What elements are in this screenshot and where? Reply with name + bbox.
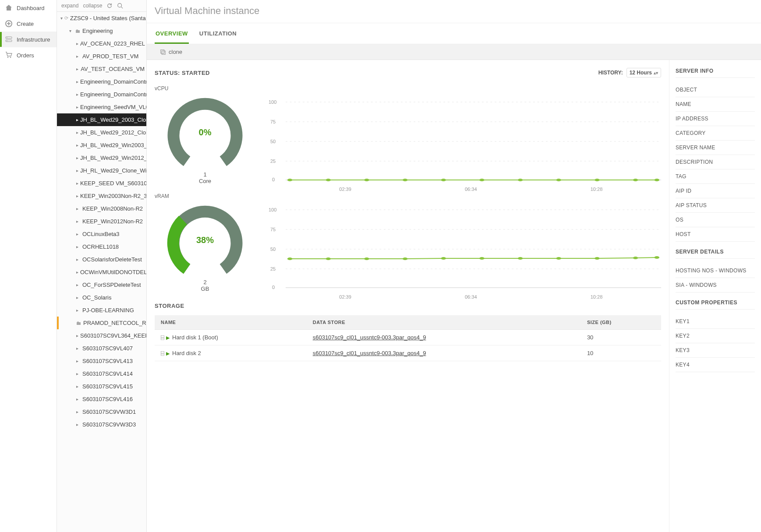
svg-point-5 <box>7 57 9 58</box>
tree-item[interactable]: ▸S603107SC9VW3D3 <box>57 418 146 431</box>
tree-item[interactable]: ▸Engineering_DomainContro <box>57 75 146 88</box>
history-select[interactable]: 12 Hours ▴▾ <box>626 68 661 78</box>
info-field: SERVER NAME <box>676 141 755 155</box>
datastore-link[interactable]: s603107sc9_cl01_ussntc9-003.3par_qos4_9 <box>313 350 426 356</box>
svg-point-36 <box>479 257 485 260</box>
info-field: KEY1 <box>676 312 755 329</box>
refresh-icon[interactable] <box>106 3 113 9</box>
primary-nav: Dashboard Create Infrastructure Orders <box>0 0 57 532</box>
svg-point-15 <box>287 179 293 181</box>
tree-item[interactable]: ▸JH_RL_Wed29_Clone_Win20 <box>57 164 146 177</box>
tree-item-label: S603107SC9VW3D1 <box>82 409 136 415</box>
svg-point-3 <box>7 37 7 38</box>
clone-label[interactable]: clone <box>169 49 182 55</box>
tree-item-label: KEEP_Win2012Non-R2 <box>82 218 143 225</box>
tree-item[interactable]: ▸OCWinVMUtilDONOTDELET <box>57 266 146 278</box>
info-field: IP ADDRESS <box>676 112 755 126</box>
nav-item-dashboard[interactable]: Dashboard <box>0 0 57 16</box>
chevron-right-icon: ▸ <box>76 92 78 97</box>
tree-item[interactable]: ▸S603107SC9VL415 <box>57 380 146 393</box>
info-field: OBJECT <box>676 81 755 97</box>
tree-folder[interactable]: ▾ 🖿 Engineering <box>57 25 146 37</box>
tree-item[interactable]: ▸KEEP_Win2008Non-R2 <box>57 202 146 215</box>
chevron-updown-icon: ▴▾ <box>654 70 658 75</box>
vcpu-gauge: 0% 1 Core <box>155 95 255 184</box>
content-main: STATUS: STARTED HISTORY: 12 Hours ▴▾ vCP… <box>147 60 669 532</box>
tree-item[interactable]: ▸KEEP_Win2003Non-R2_32b <box>57 190 146 202</box>
disk-name: Hard disk 1 (Boot) <box>172 334 218 341</box>
history-value: 12 Hours <box>630 70 652 76</box>
tree-item[interactable]: ▸PJ-OBE-LEARNING <box>57 304 146 317</box>
col-name: NAME <box>155 315 307 330</box>
tree-item[interactable]: ▸JH_BL_Wed29_Win2003_v1 <box>57 139 146 151</box>
nav-item-infrastructure[interactable]: Infrastructure <box>0 32 57 47</box>
tree-item[interactable]: ▸KEEP_Win2012Non-R2 <box>57 215 146 228</box>
tree-item[interactable]: ▸JH_BL_Wed29_2012_Clone_ <box>57 126 146 139</box>
tab-overview[interactable]: OVERVIEW <box>155 23 189 44</box>
expand-button[interactable]: expand <box>61 3 78 9</box>
chevron-right-icon: ▸ <box>76 168 78 173</box>
tree-item[interactable]: ▸S603107SC9VL413 <box>57 355 146 367</box>
nav-item-create[interactable]: Create <box>0 16 57 32</box>
tree-item[interactable]: ▸JH_BL_Wed29_2003_Clone_ <box>57 113 146 126</box>
nav-item-orders[interactable]: Orders <box>0 47 57 63</box>
plus-circle-icon <box>5 20 12 27</box>
tree-item[interactable]: ▸OC_Solaris <box>57 291 146 304</box>
svg-point-24 <box>633 179 638 181</box>
tree-item[interactable]: ▸OCSolarisforDeleteTest <box>57 253 146 266</box>
chevron-right-icon: ▸ <box>76 257 81 262</box>
col-datastore: DATA STORE <box>307 315 581 330</box>
collapse-button[interactable]: collapse <box>83 3 102 9</box>
svg-point-17 <box>364 179 369 181</box>
tree-item[interactable]: ▸OCRHEL1018 <box>57 240 146 253</box>
tree-item[interactable]: ▸Engineering_DomainContro <box>57 88 146 101</box>
vcpu-percent: 0% <box>199 127 212 137</box>
chevron-right-icon: ▸ <box>76 397 81 402</box>
chevron-right-icon: ▸ <box>76 181 78 186</box>
tree-item[interactable]: ▸S603107SC9VL364_KEEP_ <box>57 329 146 342</box>
tree-item[interactable]: ▸Engineering_SeedVM_VL01 <box>57 101 146 113</box>
tree-item[interactable]: ▸AV_OCEAN_0223_RHEL <box>57 37 146 50</box>
tree-item[interactable]: ▸S603107SC9VW3D1 <box>57 405 146 418</box>
tree-item-label: KEEP_SEED VM_S603107SC <box>80 180 146 187</box>
datastore-link[interactable]: s603107sc9_cl01_ussntc9-003.3par_qos4_9 <box>313 334 426 341</box>
tree-item[interactable]: ▸OCLinuxBeta3 <box>57 228 146 240</box>
tree-item-label: PRAMOD_NETCOOL_RHEL <box>83 320 146 326</box>
cart-icon <box>5 52 12 59</box>
tree-root[interactable]: ▾ ⟳ ZZSC9 - United States (Santa C <box>57 12 146 25</box>
vcpu-chart: 100 75 50 25 0 02:39 06:34 10:28 <box>269 98 661 185</box>
clone-icon[interactable] <box>160 49 166 55</box>
tree-item[interactable]: ▸OC_ForSSPDeleteTest <box>57 278 146 291</box>
svg-rect-9 <box>162 51 165 54</box>
nav-label: Create <box>17 21 34 27</box>
tree-item[interactable]: ▸AV_TEST_OCEANS_VM <box>57 63 146 75</box>
storage-heading: STORAGE <box>155 303 661 309</box>
folder-icon: 🖿 <box>76 320 81 326</box>
chevron-right-icon: ▸ <box>76 79 78 84</box>
tree-item[interactable]: ▸S603107SC9VL407 <box>57 342 146 355</box>
vram-percent: 38% <box>196 235 214 245</box>
tree-item-label: S603107SC9VL415 <box>82 383 133 390</box>
play-icon: ▶ <box>166 351 170 356</box>
tree-item[interactable]: ▸KEEP_SEED VM_S603107SC <box>57 177 146 190</box>
chevron-right-icon: ▸ <box>76 194 78 198</box>
tab-utilization[interactable]: UTILIZATION <box>198 23 237 44</box>
svg-point-39 <box>595 257 600 260</box>
svg-point-37 <box>518 257 523 260</box>
tree-item[interactable]: ▸S603107SC9VL416 <box>57 393 146 405</box>
svg-point-34 <box>403 257 408 260</box>
main: Virtual Machine instance OVERVIEW UTILIZ… <box>147 0 761 532</box>
chevron-right-icon: ▸ <box>76 105 78 109</box>
play-icon: ▶ <box>166 335 170 340</box>
chevron-right-icon: ▸ <box>76 384 81 389</box>
info-field: AIP STATUS <box>676 198 755 213</box>
search-icon[interactable] <box>117 3 123 9</box>
tree-item[interactable]: ▸AV_PROD_TEST_VM <box>57 50 146 63</box>
tree-item[interactable]: ▸S603107SC9VL414 <box>57 367 146 380</box>
page-title: Virtual Machine instance <box>147 0 761 23</box>
tree-item[interactable]: ▸JH_BL_Wed29_Win2012_CR <box>57 151 146 164</box>
tree-item[interactable]: 🖿PRAMOD_NETCOOL_RHEL <box>57 317 146 329</box>
tree-item-label: KEEP_Win2008Non-R2 <box>82 205 143 212</box>
svg-point-4 <box>7 40 7 41</box>
info-field: KEY3 <box>676 343 755 358</box>
